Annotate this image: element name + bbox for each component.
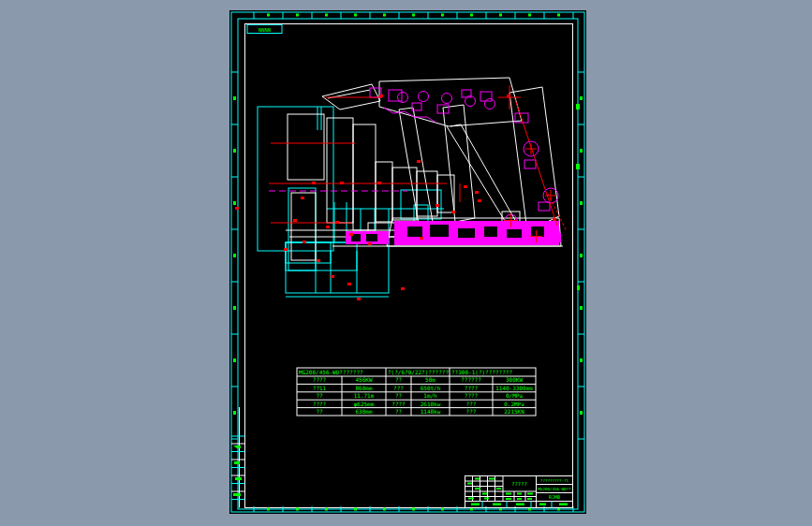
title-model: MG200/456-WD?? [538, 487, 571, 491]
spec-table-header: ?(?/6?0/22?)?????? [388, 369, 449, 375]
machine-drawing [235, 78, 567, 300]
spec-cell: 630mm [355, 408, 372, 415]
spec-cell: ???? [465, 392, 479, 399]
spec-cell: ???? [313, 401, 327, 407]
spec-cell: 2610kw [421, 401, 441, 407]
spec-cell: 0.2MPa [504, 401, 524, 407]
spec-cell: 860mm [355, 385, 372, 391]
spec-cell: ???? [313, 376, 327, 383]
spec-cell: 11.71m [354, 392, 375, 399]
spec-cell: ?? [395, 392, 403, 399]
cad-drawing-svg: MG200/456-WD??????? ?(?/6?0/22?)?????? ?… [229, 10, 586, 514]
spec-cell: 1140-3300mm [495, 385, 533, 391]
title-code: RJMB [549, 494, 560, 500]
spec-cell: 0/MPa [506, 392, 523, 399]
spec-cell: 650t/h [421, 385, 441, 391]
spec-cell: 1m/h [423, 392, 437, 399]
zone-label: NNNN [258, 27, 271, 33]
spec-cell: ??11 [313, 385, 327, 391]
ruler-ticks [231, 12, 584, 512]
spec-cell: 456KW [355, 376, 372, 383]
spec-cell: 300KW [506, 376, 523, 383]
spec-cell: ?? [316, 392, 323, 399]
app-background: { "colors": { "background": "#8b99ad", "… [0, 0, 812, 526]
spec-cell: ??? [466, 408, 477, 415]
spec-table-header: ??300-1(?)???????? [451, 369, 512, 375]
spec-cell: ?? [395, 376, 403, 383]
spec-cell: 1148kw [421, 408, 441, 415]
title-part-name: ????? [511, 481, 527, 487]
title-block: ????? ?????????-?1 MG200/456-WD?? RJMB [465, 476, 573, 508]
spec-cell: φ625mm [354, 401, 375, 408]
spec-cell: ?? [316, 408, 323, 415]
spec-cell: 50m [425, 376, 436, 383]
spec-table-header: MG200/456-WD??????? [299, 369, 363, 375]
cad-viewport[interactable]: MG200/456-WD??????? ?(?/6?0/22?)?????? ?… [229, 10, 586, 514]
border-frame [231, 12, 584, 512]
spec-cell: ?? [395, 408, 403, 415]
spec-cell: 2215KN [504, 408, 524, 415]
spec-cell: ???? [391, 401, 406, 407]
spec-table: MG200/456-WD??????? ?(?/6?0/22?)?????? ?… [297, 368, 536, 416]
spec-cell: ??? [393, 385, 404, 391]
dimension-lines-cyan [258, 107, 444, 297]
spec-cell: ?????? [461, 376, 481, 383]
dimension-text-marks [235, 95, 556, 300]
mechanism-detail [269, 88, 561, 245]
spec-cell: ???? [465, 385, 479, 391]
spec-cell: ??? [466, 401, 477, 407]
title-drawing-number: ?????????-?1 [540, 478, 569, 483]
